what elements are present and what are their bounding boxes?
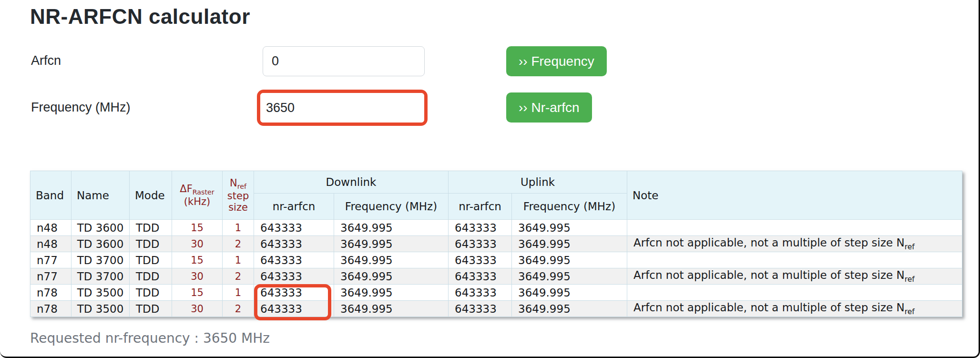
nref-symbol: N bbox=[230, 177, 237, 189]
cell-dl-frequency: 3649.995 bbox=[334, 285, 449, 301]
to-nrarfcn-button[interactable]: ›› Nr-arfcn bbox=[506, 92, 592, 123]
cell-mode: TDD bbox=[130, 268, 172, 285]
cell-band: n77 bbox=[31, 268, 71, 285]
nref-step-word: step bbox=[227, 190, 249, 202]
table-row: n48 TD 3600 TDD 30 2 643333 3649.995 643… bbox=[31, 236, 962, 252]
cell-dl-frequency: 3649.995 bbox=[334, 252, 449, 268]
note-text: Arfcn not applicable, not a multiple of … bbox=[633, 301, 905, 314]
table-row: n77 TD 3700 TDD 30 2 643333 3649.995 643… bbox=[31, 268, 962, 285]
cell-step: 1 bbox=[223, 220, 254, 236]
cell-ul-nrarfcn: 643333 bbox=[449, 252, 512, 268]
cell-band: n48 bbox=[31, 236, 71, 252]
cell-dl-frequency: 3649.995 bbox=[334, 268, 449, 285]
cell-mode: TDD bbox=[130, 301, 172, 317]
page-title: NR-ARFCN calculator bbox=[30, 5, 250, 29]
col-header-raster: ΔFRaster (kHz) bbox=[172, 171, 223, 220]
cell-ul-frequency: 3649.995 bbox=[512, 236, 627, 252]
cell-band: n78 bbox=[31, 285, 71, 301]
table-row: n78 TD 3500 TDD 15 1 643333 3649.995 643… bbox=[31, 285, 962, 301]
table-row: n78 TD 3500 TDD 30 2 643333 3649.995 643… bbox=[31, 301, 962, 317]
results-table: Band Name Mode ΔFRaster (kHz) Nref step … bbox=[30, 171, 962, 317]
cell-dl-nrarfcn: 643333 bbox=[254, 285, 334, 301]
col-header-ul-frequency: Frequency (MHz) bbox=[512, 194, 627, 220]
frequency-input-highlight bbox=[257, 90, 428, 126]
col-header-name: Name bbox=[71, 171, 130, 220]
cell-note bbox=[627, 220, 962, 236]
cell-mode: TDD bbox=[130, 220, 172, 236]
col-header-dl-nrarfcn: nr-arfcn bbox=[254, 194, 334, 220]
cell-dl-nrarfcn: 643333 bbox=[254, 301, 334, 317]
cell-dl-frequency: 3649.995 bbox=[334, 220, 449, 236]
table-row: n77 TD 3700 TDD 15 1 643333 3649.995 643… bbox=[31, 252, 962, 268]
note-subscript: ref bbox=[905, 307, 915, 316]
col-group-downlink: Downlink bbox=[254, 171, 449, 194]
col-header-band: Band bbox=[31, 171, 71, 220]
cell-ul-frequency: 3649.995 bbox=[512, 220, 627, 236]
cell-ul-frequency: 3649.995 bbox=[512, 285, 627, 301]
cell-step: 2 bbox=[223, 236, 254, 252]
cell-mode: TDD bbox=[130, 285, 172, 301]
note-subscript: ref bbox=[905, 242, 915, 251]
cell-band: n78 bbox=[31, 301, 71, 317]
cell-raster: 30 bbox=[172, 268, 223, 285]
cell-ul-frequency: 3649.995 bbox=[512, 268, 627, 285]
table-row: n48 TD 3600 TDD 15 1 643333 3649.995 643… bbox=[31, 220, 962, 236]
raster-subscript: Raster bbox=[193, 188, 214, 196]
cell-name: TD 3700 bbox=[71, 268, 130, 285]
nref-subscript: ref bbox=[237, 183, 246, 190]
cell-ul-frequency: 3649.995 bbox=[512, 301, 627, 317]
cell-name: TD 3600 bbox=[71, 236, 130, 252]
cell-name: TD 3600 bbox=[71, 220, 130, 236]
frequency-label: Frequency (MHz) bbox=[31, 100, 131, 115]
col-header-dl-frequency: Frequency (MHz) bbox=[334, 194, 449, 220]
note-subscript: ref bbox=[905, 275, 915, 284]
arfcn-label: Arfcn bbox=[31, 53, 61, 68]
arfcn-input[interactable] bbox=[263, 46, 425, 76]
cell-dl-nrarfcn: 643333 bbox=[254, 252, 334, 268]
raster-unit: (kHz) bbox=[184, 196, 210, 207]
cell-step: 2 bbox=[223, 301, 254, 317]
cell-note: Arfcn not applicable, not a multiple of … bbox=[627, 236, 962, 252]
cell-name: TD 3500 bbox=[71, 301, 130, 317]
raster-symbol: ΔF bbox=[180, 183, 192, 194]
note-text: Arfcn not applicable, not a multiple of … bbox=[633, 269, 905, 281]
cell-mode: TDD bbox=[130, 252, 172, 268]
cell-note: Arfcn not applicable, not a multiple of … bbox=[627, 268, 962, 285]
cell-ul-nrarfcn: 643333 bbox=[449, 301, 512, 317]
cell-note bbox=[627, 285, 962, 301]
cell-step: 1 bbox=[223, 252, 254, 268]
cell-raster: 15 bbox=[172, 252, 223, 268]
cell-name: TD 3700 bbox=[71, 252, 130, 268]
cell-dl-frequency: 3649.995 bbox=[334, 236, 449, 252]
cell-band: n48 bbox=[31, 220, 71, 236]
col-header-ul-nrarfcn: nr-arfcn bbox=[449, 194, 512, 220]
cell-dl-frequency: 3649.995 bbox=[334, 301, 449, 317]
col-header-note: Note bbox=[627, 171, 962, 220]
cell-band: n77 bbox=[31, 252, 71, 268]
cell-raster: 30 bbox=[172, 236, 223, 252]
cell-ul-nrarfcn: 643333 bbox=[449, 220, 512, 236]
note-text: Arfcn not applicable, not a multiple of … bbox=[633, 236, 905, 249]
cell-note bbox=[627, 252, 962, 268]
cell-raster: 15 bbox=[172, 220, 223, 236]
cell-step: 1 bbox=[223, 285, 254, 301]
cell-note: Arfcn not applicable, not a multiple of … bbox=[627, 301, 962, 317]
cell-dl-nrarfcn: 643333 bbox=[254, 268, 334, 285]
cell-ul-frequency: 3649.995 bbox=[512, 252, 627, 268]
cell-raster: 15 bbox=[172, 285, 223, 301]
nref-size-word: size bbox=[228, 202, 248, 213]
to-frequency-button[interactable]: ›› Frequency bbox=[506, 46, 607, 76]
frequency-input[interactable] bbox=[260, 93, 424, 123]
col-header-nref-step: Nref step size bbox=[223, 171, 254, 220]
cell-ul-nrarfcn: 643333 bbox=[449, 236, 512, 252]
browser-viewport: NR-ARFCN calculator Arfcn ›› Frequency F… bbox=[0, 0, 980, 358]
cell-dl-nrarfcn: 643333 bbox=[254, 220, 334, 236]
cell-step: 2 bbox=[223, 268, 254, 285]
cell-name: TD 3500 bbox=[71, 285, 130, 301]
col-group-uplink: Uplink bbox=[449, 171, 627, 194]
cell-ul-nrarfcn: 643333 bbox=[449, 268, 512, 285]
cell-mode: TDD bbox=[130, 236, 172, 252]
cell-ul-nrarfcn: 643333 bbox=[449, 285, 512, 301]
results-table-container: Band Name Mode ΔFRaster (kHz) Nref step … bbox=[30, 171, 962, 317]
requested-frequency-status: Requested nr-frequency : 3650 MHz bbox=[30, 330, 270, 346]
